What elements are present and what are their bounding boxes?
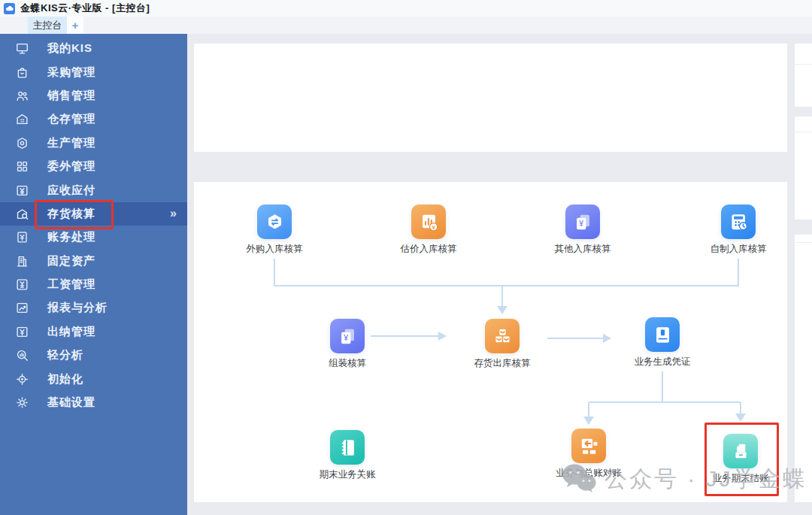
people-icon [15, 89, 29, 103]
chart-coin-icon: ¥ [411, 204, 446, 239]
grid-arrow-icon [571, 429, 606, 463]
flow-node-label: 业务生成凭证 [635, 356, 691, 368]
sidebar-item-label: 生产管理 [47, 136, 95, 150]
svg-text:¥: ¥ [343, 334, 348, 342]
sidebar-item-label: 报表与分析 [47, 301, 108, 315]
tab-bar: 主控台 + [0, 17, 812, 34]
building-icon [15, 254, 29, 268]
hexagon-arrows-icon [257, 204, 292, 239]
sidebar-item-light-analysis[interactable]: 轻分析 [0, 344, 187, 367]
flow-node-label: 存货出库核算 [474, 357, 531, 370]
sidebar-item-label: 轻分析 [47, 348, 83, 362]
flow-node-purchase-inbound-accounting[interactable]: 外购入库核算 [233, 204, 316, 256]
sidebar-item-inventory-accounting[interactable]: 存货核算» [0, 202, 187, 226]
chart-line-icon [15, 301, 29, 315]
monitor-icon [15, 41, 29, 56]
sidebar-item-accounting-processing[interactable]: 账务处理 [0, 226, 187, 249]
hexagon-dot-icon [15, 136, 29, 150]
sidebar-item-label: 工资管理 [47, 277, 95, 292]
panel-gap [795, 220, 812, 235]
sidebar-item-outsourcing-management[interactable]: 委外管理 [0, 155, 187, 178]
sidebar-item-cashier-management[interactable]: 出纳管理 [0, 320, 187, 344]
flow-node-self-made-inbound-accounting[interactable]: 自制入库核算 [697, 204, 780, 256]
flow-node-period-end-business-close[interactable]: 期末业务关账 [306, 430, 389, 481]
sidebar-item-purchase-management[interactable]: 采购管理 [0, 60, 187, 83]
flow-node-label: 估价入库核算 [401, 243, 457, 256]
sidebar-item-reports-analysis[interactable]: 报表与分析 [0, 296, 187, 320]
sidebar-item-sales-management[interactable]: 销售管理 [0, 84, 187, 108]
sidebar-item-fixed-assets[interactable]: 固定资产 [0, 250, 187, 273]
flowchart-panel: 外购入库核算¥估价入库核算¥其他入库核算自制入库核算¥组装核算存货出库核算业务生… [194, 182, 787, 502]
sidebar-item-label: 仓存管理 [47, 112, 95, 126]
target-icon [15, 372, 29, 386]
magnifier-chart-icon [15, 348, 29, 362]
sidebar-item-label: 销售管理 [47, 89, 95, 103]
sidebar-item-basic-settings[interactable]: 基础设置 [0, 391, 187, 414]
gear-icon [15, 395, 29, 410]
tab-main-console[interactable]: 主控台 [28, 17, 67, 34]
sidebar-item-label: 固定资产 [47, 254, 95, 268]
sidebar-item-label: 账务处理 [47, 230, 95, 244]
flow-node-label: 业务与总账对账 [556, 467, 622, 480]
calculator-clock-icon [721, 204, 756, 239]
sidebar-item-production-management[interactable]: 生产管理 [0, 132, 187, 155]
svg-text:¥: ¥ [432, 223, 435, 230]
sidebar-item-label: 我的KIS [47, 41, 92, 56]
sidebar-item-payroll-management[interactable]: 工资管理 [0, 273, 187, 296]
yen-box-icon [15, 183, 29, 198]
sidebar-item-my-kis[interactable]: 我的KIS [0, 37, 187, 60]
pages-yen-icon: ¥ [330, 319, 365, 353]
flow-node-business-period-end-closing[interactable]: 业务期末结账 [699, 434, 782, 485]
sidebar-item-warehouse-management[interactable]: 仓存管理 [0, 108, 187, 131]
flow-node-label: 外购入库核算 [247, 243, 303, 256]
pages-yen-icon: ¥ [565, 204, 600, 239]
sidebar-menu: 我的KIS采购管理销售管理仓存管理生产管理委外管理应收应付存货核算»账务处理固定… [0, 34, 187, 515]
app-window: 金蝶KIS云·专业版 - [主控台] 主控台 + 我的KIS采购管理销售管理仓存… [0, 0, 812, 515]
flow-node-label: 自制入库核算 [710, 243, 767, 256]
sidebar-item-initialization[interactable]: 初始化 [0, 367, 187, 390]
payroll-icon [15, 277, 29, 292]
sidebar-item-label: 初始化 [47, 372, 83, 386]
flow-node-label: 期末业务关账 [320, 468, 376, 481]
document-tray-icon [723, 434, 758, 468]
sidebar-item-label: 委外管理 [47, 159, 95, 174]
flow-node-business-ledger-reconciliation[interactable]: 业务与总账对账 [547, 429, 630, 480]
flow-node-inventory-outbound-accounting[interactable]: 存货出库核算 [461, 319, 544, 370]
flow-node-other-inbound-accounting[interactable]: ¥其他入库核算 [541, 204, 624, 256]
flow-node-assembly-accounting[interactable]: ¥组装核算 [306, 319, 389, 370]
cashier-yen-icon [15, 325, 29, 339]
boxes-icon [485, 319, 520, 353]
expand-chevron-icon[interactable]: » [170, 207, 177, 220]
flow-node-label: 其他入库核算 [555, 243, 611, 256]
ledger-yen-icon [15, 230, 29, 244]
flow-node-label: 组装核算 [329, 357, 366, 370]
flow-node-label: 业务期末结账 [713, 472, 769, 485]
plus-icon: + [72, 19, 79, 32]
sidebar-item-label: 出纳管理 [47, 325, 95, 339]
top-content-panel [194, 44, 787, 152]
window-title: 金蝶KIS云·专业版 - [主控台] [20, 2, 150, 15]
sidebar-item-label: 存货核算 [47, 207, 95, 221]
notebook-icon [330, 430, 365, 465]
sidebar-item-label: 应收应付 [47, 183, 95, 198]
house-search-icon [15, 207, 29, 221]
grid-icon [15, 159, 29, 174]
app-logo-cloud-icon [4, 3, 15, 14]
panel-gap [795, 107, 812, 117]
add-tab-button[interactable]: + [67, 17, 83, 34]
divider [795, 64, 812, 65]
printer-icon [645, 317, 680, 352]
flow-node-valuation-inbound-accounting[interactable]: ¥估价入库核算 [387, 204, 470, 256]
sidebar-item-label: 采购管理 [47, 65, 95, 80]
shopping-bag-icon [15, 65, 29, 80]
warehouse-icon [15, 112, 29, 126]
svg-text:¥: ¥ [578, 220, 583, 228]
flow-node-business-generate-voucher[interactable]: 业务生成凭证 [621, 317, 704, 368]
title-bar: 金蝶KIS云·专业版 - [主控台] [0, 0, 812, 17]
sidebar-item-label: 基础设置 [47, 395, 95, 410]
sidebar-item-receivable-payable[interactable]: 应收应付 [0, 178, 187, 201]
divider [795, 132, 812, 132]
divider [795, 242, 812, 243]
right-edge-panel [795, 44, 812, 502]
